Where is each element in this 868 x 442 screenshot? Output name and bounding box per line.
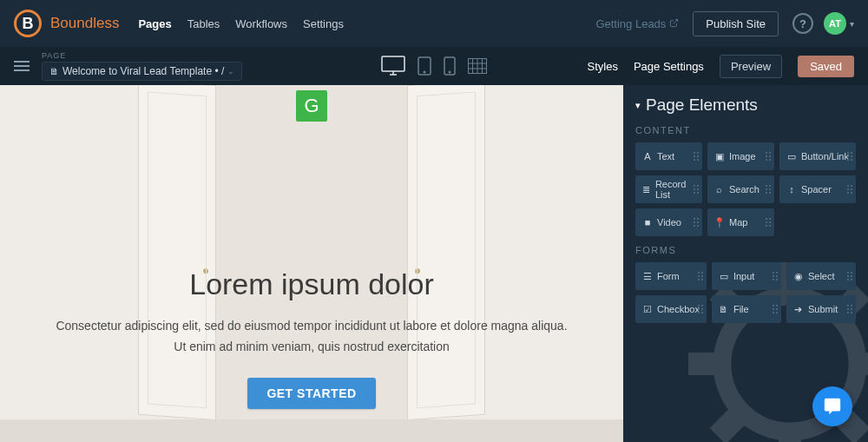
checkbox-icon: ☑: [642, 304, 653, 315]
input-icon: ▭: [719, 271, 729, 282]
forms-tile-select[interactable]: ◉Select: [786, 262, 856, 290]
forms-tile-form[interactable]: ☰Form: [635, 262, 707, 290]
document-icon: 🗎: [49, 66, 59, 76]
getting-leads-label: Getting Leads: [595, 17, 666, 30]
main-area: G Lorem ipsum dolor Consectetur adipisci…: [0, 85, 868, 442]
tile-label: File: [733, 304, 749, 314]
page-selector-value: Welcome to Viral Lead Template • /: [62, 65, 224, 77]
content-tile-video[interactable]: ■Video: [635, 208, 702, 236]
tile-label: Form: [657, 271, 680, 281]
spacer-icon: ↕: [786, 184, 797, 195]
tile-label: Spacer: [801, 184, 832, 195]
device-phone-icon[interactable]: [444, 56, 456, 76]
content-tile-grid: AText▣Image▭Button/Link≣Record List⌕Sear…: [635, 142, 856, 236]
cta-button[interactable]: GET STARTED: [247, 378, 375, 409]
help-button[interactable]: ?: [792, 13, 813, 34]
nav-tables[interactable]: Tables: [187, 17, 220, 30]
form-icon: ☰: [642, 271, 653, 282]
select-icon: ◉: [793, 271, 804, 282]
device-preview-group: [381, 56, 487, 76]
external-link-icon: [669, 17, 679, 30]
nav-workflows[interactable]: Workflows: [235, 17, 287, 30]
nav-pages[interactable]: Pages: [138, 17, 171, 30]
chevron-down-icon: ▾: [635, 100, 641, 111]
outline-toggle-icon[interactable]: [14, 61, 30, 71]
hero-section: Lorem ipsum dolor Consectetur adipiscing…: [0, 267, 623, 409]
tile-label: Search: [729, 184, 760, 195]
forms-tile-checkbox[interactable]: ☑Checkbox: [635, 295, 707, 323]
content-tile-image[interactable]: ▣Image: [707, 142, 774, 170]
brand-name: Boundless: [50, 15, 119, 32]
panel-header[interactable]: ▾ Page Elements: [635, 96, 856, 115]
tile-label: Select: [808, 271, 835, 281]
hero-line2[interactable]: Ut enim ad minim veniam, quis nostrud ex…: [35, 338, 589, 356]
hero-heading[interactable]: Lorem ipsum dolor: [35, 267, 589, 301]
user-menu[interactable]: AT ▾: [824, 12, 854, 35]
element-badge[interactable]: G: [296, 90, 327, 122]
svg-line-21: [718, 413, 740, 436]
text-icon: A: [642, 151, 653, 162]
tile-label: Map: [729, 217, 747, 228]
map-icon: 📍: [714, 217, 725, 228]
submit-icon: ➔: [793, 304, 804, 315]
page-selector[interactable]: 🗎 Welcome to Viral Lead Template • / ⌄: [42, 62, 242, 81]
search-icon: ⌕: [714, 184, 725, 195]
tab-styles[interactable]: Styles: [588, 60, 618, 73]
content-tile-search[interactable]: ⌕Search: [707, 175, 774, 203]
device-tablet-icon[interactable]: [418, 56, 431, 76]
svg-point-7: [449, 71, 450, 73]
chevron-down-icon: ⌄: [227, 67, 234, 76]
content-tile-record-list[interactable]: ≣Record List: [635, 175, 702, 203]
tile-label: Text: [657, 151, 674, 162]
saved-indicator: Saved: [798, 56, 854, 77]
content-tile-map[interactable]: 📍Map: [707, 208, 774, 236]
content-tile-spacer[interactable]: ↕Spacer: [779, 175, 856, 203]
image-icon: ▣: [714, 151, 725, 162]
brand-logo: B: [14, 10, 42, 37]
chat-icon: [823, 397, 842, 416]
page-canvas[interactable]: G Lorem ipsum dolor Consectetur adipisci…: [0, 85, 623, 442]
tile-label: Input: [733, 271, 754, 281]
publish-site-button[interactable]: Publish Site: [693, 11, 779, 36]
svg-rect-1: [382, 56, 404, 71]
device-grid-icon[interactable]: [468, 58, 487, 74]
top-bar: B Boundless Pages Tables Workflows Setti…: [0, 0, 868, 47]
tile-label: Submit: [808, 304, 838, 314]
svg-point-5: [424, 71, 425, 73]
section-content-label: CONTENT: [635, 125, 856, 135]
content-tile-text[interactable]: AText: [635, 142, 702, 170]
tab-page-settings[interactable]: Page Settings: [634, 60, 704, 73]
preview-button[interactable]: Preview: [720, 55, 782, 78]
forms-tile-file[interactable]: 🗎File: [712, 295, 781, 323]
hero-line1[interactable]: Consectetur adipiscing elit, sed do eius…: [35, 317, 589, 335]
video-icon: ■: [642, 217, 653, 228]
record-list-icon: ≣: [642, 184, 651, 195]
tile-label: Image: [729, 151, 756, 162]
tile-label: Checkbox: [657, 304, 700, 314]
avatar: AT: [824, 12, 846, 35]
device-desktop-icon[interactable]: [381, 56, 405, 76]
forms-tile-grid: ☰Form▭Input◉Select☑Checkbox🗎File➔Submit: [635, 262, 856, 323]
primary-nav: Pages Tables Workflows Settings: [138, 17, 344, 30]
tile-label: Record List: [655, 179, 695, 200]
svg-line-0: [674, 19, 678, 23]
forms-tile-submit[interactable]: ➔Submit: [786, 295, 856, 323]
chevron-down-icon: ▾: [850, 19, 854, 29]
page-label: PAGE: [42, 51, 242, 60]
content-tile-button-link[interactable]: ▭Button/Link: [779, 142, 856, 170]
file-icon: 🗎: [719, 304, 729, 314]
nav-settings[interactable]: Settings: [303, 17, 344, 30]
section-forms-label: FORMS: [635, 245, 856, 255]
page-selector-wrap: PAGE 🗎 Welcome to Viral Lead Template • …: [42, 51, 242, 81]
panel-title: Page Elements: [646, 96, 758, 115]
tile-label: Button/Link: [801, 151, 849, 162]
tile-label: Video: [657, 217, 681, 228]
forms-tile-input[interactable]: ▭Input: [712, 262, 781, 290]
button-link-icon: ▭: [786, 151, 797, 162]
editor-toolbar: PAGE 🗎 Welcome to Viral Lead Template • …: [0, 47, 868, 85]
chat-fab[interactable]: [812, 386, 852, 426]
getting-leads-link[interactable]: Getting Leads: [595, 17, 679, 30]
